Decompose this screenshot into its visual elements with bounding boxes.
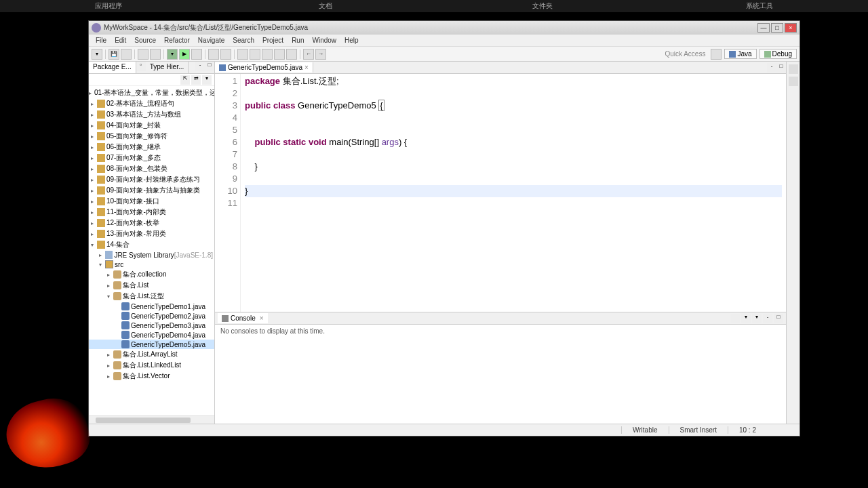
console-open-button[interactable]: ▾ [752,314,762,323]
menu-file[interactable]: File [92,37,111,44]
menu-edit[interactable]: Edit [111,37,130,44]
window-title: MyWorkSpace - 14-集合/src/集合/List/泛型/Gener… [104,23,756,33]
nav-back-button[interactable]: ← [303,49,314,60]
tree-item[interactable]: GenericTypeDemo1.java [89,302,214,311]
menu-run[interactable]: Run [288,37,308,44]
tree-item[interactable]: ▾14-集合 [89,239,214,250]
console-min-button[interactable]: - [763,314,772,323]
tab-min-icon[interactable]: ▫ [136,62,146,71]
new-class-button[interactable] [208,49,219,60]
tree-item[interactable]: ▸08-面向对象_包装类 [89,163,214,174]
editor-max-button[interactable]: □ [776,63,786,73]
editor-tab-file[interactable]: GenericTypeDemo5.java × [215,62,313,73]
taskbar-docs[interactable]: 文档 [217,0,434,12]
tree-item[interactable]: ▸03-基本语法_方法与数组 [89,109,214,120]
debug-button[interactable]: ▾ [167,49,178,60]
menu-window[interactable]: Window [308,37,340,44]
package-explorer-tab[interactable]: Package E... [89,62,136,73]
tree-item[interactable]: ▸11-面向对象-内部类 [89,207,214,218]
tree-item[interactable]: ▸04-面向对象_封装 [89,120,214,131]
tree-item[interactable]: ▸09-面向对象-封装继承多态练习 [89,174,214,185]
menu-source[interactable]: Source [130,37,160,44]
console-max-button[interactable]: □ [774,314,783,323]
tree-item[interactable]: GenericTypeDemo3.java [89,321,214,330]
view-max-button[interactable]: □ [205,62,214,71]
taskbar-apps[interactable]: 应用程序 [0,0,217,12]
titlebar[interactable]: MyWorkSpace - 14-集合/src/集合/List/泛型/Gener… [89,21,800,35]
run-ext-button[interactable] [191,49,202,60]
tree-item[interactable]: ▸13-面向对象-常用类 [89,228,214,239]
search-button[interactable] [250,49,260,60]
console-icon [222,315,229,322]
tree-item[interactable]: ▸集合.collection [89,269,214,280]
nav-fwd-button[interactable]: → [315,49,326,60]
build-button[interactable] [138,49,149,60]
tree-item[interactable]: ▸集合.List.Vector [89,371,214,382]
tree-item[interactable]: ▸09-面向对象-抽象方法与抽象类 [89,185,214,196]
new-pkg-button[interactable] [220,49,231,60]
collapse-all-button[interactable]: ⇱ [180,75,190,85]
tree-item[interactable]: GenericTypeDemo2.java [89,311,214,321]
java-perspective[interactable]: Java [724,49,756,59]
menu-project[interactable]: Project [258,37,288,44]
console-display-button[interactable]: ▾ [741,314,751,323]
console-pin-button[interactable] [730,314,740,323]
code-area[interactable]: package 集合.List.泛型; public class Generic… [241,74,786,312]
minimize-button[interactable]: — [757,23,770,33]
quick-access[interactable]: Quick Access [660,50,709,58]
tree-item[interactable]: ▸集合.List.LinkedList [89,360,214,371]
save-button[interactable]: 💾 [108,49,119,60]
tree-item[interactable]: ▸06-面向对象_继承 [89,142,214,152]
tree-item[interactable]: ▸10-面向对象-接口 [89,196,214,207]
outline-view-button[interactable] [789,64,798,74]
tree-item[interactable]: ▸集合.List.ArrayList [89,349,214,360]
maximize-button[interactable]: □ [771,23,783,33]
open-type-button[interactable] [237,49,248,60]
tree-item[interactable]: ▸02-基本语法_流程语句 [89,98,214,109]
task-list-button[interactable] [789,77,798,86]
close-tab-icon[interactable]: × [304,64,309,71]
code-editor[interactable]: 1234567891011 package 集合.List.泛型; public… [215,74,786,312]
menu-help[interactable]: Help [340,37,363,44]
show-whitespace-button[interactable] [286,49,297,60]
toggle-block-button[interactable] [274,49,285,60]
line-numbers: 1234567891011 [220,74,241,312]
type-hierarchy-tab[interactable]: Type Hier... [146,62,189,73]
open-perspective-button[interactable] [711,49,722,60]
tree-item[interactable]: ▸12-面向对象-枚举 [89,218,214,228]
close-button[interactable]: × [785,23,797,33]
desktop-taskbar: 应用程序 文档 文件夹 系统工具 [0,0,868,12]
new-button[interactable]: ▾ [92,49,102,60]
tree-item[interactable]: ▾集合.List.泛型 [89,291,214,302]
view-menu-button[interactable]: ▾ [202,75,212,85]
view-min-button[interactable]: - [195,62,205,71]
status-writable: Writable [621,426,669,434]
save-all-button[interactable] [121,49,132,60]
tree-item[interactable]: ▸05-面向对象_修饰符 [89,131,214,142]
tree-item[interactable]: ▸JRE System Library [JavaSE-1.8] [89,250,214,260]
tree-item[interactable]: ▾src [89,260,214,269]
console-output: No consoles to display at this time. [215,325,786,424]
debug-perspective[interactable]: Debug [760,49,797,59]
eclipse-window: MyWorkSpace - 14-集合/src/集合/List/泛型/Gener… [88,20,800,436]
taskbar-folders[interactable]: 文件夹 [434,0,651,12]
console-close-icon[interactable]: × [260,314,264,322]
console-tab[interactable]: Console × [218,313,268,323]
menu-refactor[interactable]: Refactor [160,37,194,44]
editor-min-button[interactable]: - [767,63,776,73]
tree-item[interactable]: GenericTypeDemo4.java [89,330,214,340]
toggle-mark-button[interactable] [262,49,273,60]
tool-button[interactable] [150,49,161,60]
taskbar-system[interactable]: 系统工具 [651,0,868,12]
statusbar: Writable Smart Insert 10 : 2 [89,424,800,436]
tree-item[interactable]: ▸集合.List [89,280,214,291]
project-tree[interactable]: ▸01-基本语法_变量，常量，数据类型，运算▸02-基本语法_流程语句▸03-基… [89,86,214,415]
tree-item[interactable]: GenericTypeDemo5.java [89,340,214,349]
menu-search[interactable]: Search [229,37,258,44]
link-editor-button[interactable]: ⇄ [191,75,201,85]
tree-item[interactable]: ▸01-基本语法_变量，常量，数据类型，运算 [89,87,214,98]
tree-item[interactable]: ▸07-面向对象_多态 [89,152,214,163]
menu-navigate[interactable]: Navigate [194,37,229,44]
run-button[interactable]: ▶ [179,49,190,60]
horizontal-scrollbar[interactable] [89,415,214,424]
